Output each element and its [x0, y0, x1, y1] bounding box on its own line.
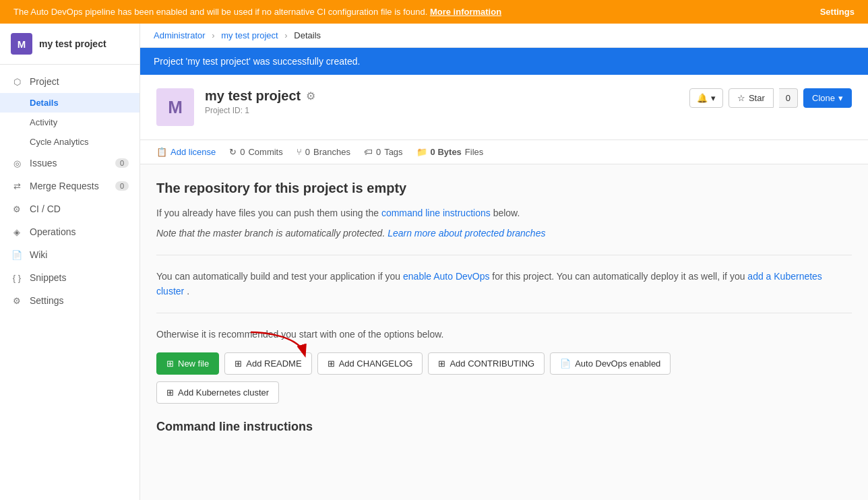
- repo-desc-4: Otherwise it is recommended you start wi…: [156, 327, 852, 342]
- chevron-down-icon: ▾: [838, 93, 843, 103]
- commits-icon: ↻: [229, 147, 237, 157]
- divider-2: [156, 313, 852, 313]
- add-readme-button[interactable]: ⊞ Add README: [224, 352, 311, 375]
- sidebar-nav: ⬡ Project Details Activity Cycle Analyti…: [0, 65, 140, 317]
- auto-devops-icon: 📄: [560, 358, 571, 369]
- sidebar-item-issues[interactable]: ◎ Issues 0: [0, 152, 140, 175]
- ci-cd-icon: ⚙: [11, 204, 23, 214]
- operations-icon: ◈: [11, 227, 23, 237]
- sidebar-project-name: my test project: [39, 38, 106, 49]
- commits-stat: ↻ 0 Commits: [229, 147, 283, 157]
- license-icon: 📋: [156, 147, 167, 157]
- add-contributing-button[interactable]: ⊞ Add CONTRIBUTING: [428, 352, 545, 375]
- sidebar-item-activity[interactable]: Activity: [0, 113, 140, 132]
- breadcrumb: Administrator › my test project › Detail…: [140, 24, 868, 48]
- sidebar-item-settings[interactable]: ⚙ Settings: [0, 289, 140, 312]
- project-info: my test project ⚙ Project ID: 1: [205, 88, 689, 115]
- new-file-button[interactable]: ⊞ New file: [156, 352, 219, 375]
- merge-requests-icon: ⇄: [11, 181, 23, 191]
- issues-icon: ◎: [11, 158, 23, 168]
- readme-icon: ⊞: [235, 358, 242, 369]
- sidebar-item-details[interactable]: Details: [0, 93, 140, 113]
- storage-stat: 📁 0 Bytes Files: [416, 147, 484, 157]
- breadcrumb-root[interactable]: Administrator: [154, 30, 206, 40]
- sidebar-header: M my test project: [0, 24, 140, 65]
- plus-icon: ⊞: [166, 358, 174, 369]
- project-id: Project ID: 1: [205, 106, 689, 115]
- add-kubernetes-cluster-button[interactable]: ⊞ Add Kubernetes cluster: [156, 381, 279, 404]
- merge-requests-badge: 0: [115, 181, 129, 191]
- add-changelog-button[interactable]: ⊞ Add CHANGELOG: [317, 352, 423, 375]
- sidebar-item-ci-cd[interactable]: ⚙ CI / CD: [0, 197, 140, 220]
- protected-branches-link[interactable]: Learn more about protected branches: [388, 228, 545, 239]
- issues-badge: 0: [115, 158, 129, 168]
- bell-icon: 🔔: [697, 93, 708, 103]
- banner-message: The Auto DevOps pipeline has been enable…: [13, 7, 501, 17]
- command-line-link[interactable]: command line instructions: [381, 208, 491, 218]
- auto-devops-banner: The Auto DevOps pipeline has been enable…: [0, 0, 868, 24]
- repo-empty-title: The repository for this project is empty: [156, 181, 852, 196]
- breadcrumb-current: Details: [294, 30, 321, 40]
- settings-icon: ⚙: [11, 296, 23, 306]
- banner-settings-link[interactable]: Settings: [820, 7, 855, 17]
- changelog-icon: ⊞: [328, 358, 335, 369]
- auto-devops-button[interactable]: 📄 Auto DevOps enabled: [550, 352, 671, 375]
- project-icon: ⬡: [11, 77, 23, 87]
- contributing-icon: ⊞: [438, 358, 445, 369]
- sidebar-item-cycle-analytics[interactable]: Cycle Analytics: [0, 132, 140, 152]
- star-button[interactable]: ☆ Star: [728, 88, 774, 108]
- repo-empty-section: The repository for this project is empty…: [140, 164, 868, 450]
- visibility-icon: ⚙: [306, 90, 315, 102]
- storage-icon: 📁: [416, 147, 427, 157]
- sidebar-item-snippets[interactable]: { } Snippets: [0, 266, 140, 289]
- more-info-link[interactable]: More information: [430, 7, 501, 17]
- sidebar-item-project[interactable]: ⬡ Project: [0, 70, 140, 93]
- divider-1: [156, 255, 852, 255]
- project-sidebar-avatar: M: [11, 33, 32, 55]
- project-avatar: M: [156, 88, 194, 126]
- repo-desc-2: Note that the master branch is automatic…: [156, 226, 852, 241]
- star-icon: ☆: [737, 93, 745, 103]
- branches-icon: ⑂: [297, 147, 302, 157]
- add-license-link[interactable]: Add license: [170, 147, 216, 157]
- project-actions: 🔔 ▾ ☆ Star 0 Clone ▾: [689, 88, 852, 108]
- tags-icon: 🏷: [364, 147, 373, 157]
- tags-stat: 🏷 0 Tags: [364, 147, 403, 157]
- command-line-title: Command line instructions: [156, 420, 852, 434]
- branches-stat: ⑂ 0 Branches: [297, 147, 350, 157]
- clone-button[interactable]: Clone ▾: [803, 88, 852, 108]
- add-license-stat: 📋 Add license: [156, 147, 216, 157]
- repo-desc-1: If you already have files you can push t…: [156, 206, 852, 220]
- repo-desc-3: You can automatically build and test you…: [156, 269, 852, 299]
- wiki-icon: 📄: [11, 250, 23, 260]
- enable-auto-devops-link[interactable]: enable Auto DevOps: [403, 271, 489, 282]
- sidebar-item-wiki[interactable]: 📄 Wiki: [0, 243, 140, 266]
- action-buttons: ⊞ New file ⊞ Add README ⊞ Add CHANGELOG …: [156, 352, 852, 375]
- snippets-icon: { }: [11, 273, 23, 283]
- project-section: M my test project ⚙ Project ID: 1 🔔 ▾: [140, 75, 868, 140]
- notifications-button[interactable]: 🔔 ▾: [689, 88, 723, 108]
- chevron-down-icon: ▾: [711, 93, 716, 103]
- star-count: 0: [779, 88, 798, 108]
- sidebar-item-merge-requests[interactable]: ⇄ Merge Requests 0: [0, 175, 140, 197]
- breadcrumb-project[interactable]: my test project: [221, 30, 278, 40]
- sidebar: M my test project ⬡ Project Details Acti…: [0, 24, 140, 500]
- project-title: my test project ⚙: [205, 88, 689, 104]
- main-content-area: Administrator › my test project › Detail…: [140, 24, 868, 500]
- sidebar-item-operations[interactable]: ◈ Operations: [0, 220, 140, 243]
- success-banner: Project 'my test project' was successful…: [140, 48, 868, 75]
- kubernetes-icon: ⊞: [166, 387, 174, 398]
- stats-bar: 📋 Add license ↻ 0 Commits ⑂ 0 Branches 🏷…: [140, 140, 868, 164]
